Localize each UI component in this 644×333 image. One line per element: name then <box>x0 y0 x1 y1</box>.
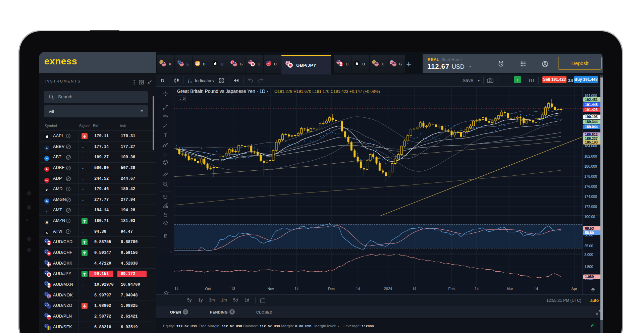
svg-text:2024: 2024 <box>384 287 392 291</box>
svg-text:14: 14 <box>534 287 538 291</box>
svg-text:194.000: 194.000 <box>584 94 597 98</box>
svg-text:191.423: 191.423 <box>585 108 598 112</box>
svg-text:Mar: Mar <box>507 287 513 291</box>
svg-text:58.80: 58.80 <box>585 231 594 235</box>
svg-text:₿: ₿ <box>196 61 199 65</box>
svg-text:174.000: 174.000 <box>584 195 597 199</box>
svg-text:f: f <box>188 78 190 83</box>
svg-text:189.044: 189.044 <box>585 125 598 129</box>
svg-text:192.451: 192.451 <box>585 98 598 102</box>
svg-text:14: 14 <box>412 287 416 291</box>
svg-text:x: x <box>191 81 192 83</box>
svg-text:500: 500 <box>267 62 270 64</box>
svg-text:1.089: 1.089 <box>585 275 594 279</box>
svg-text:14: 14 <box>356 287 360 291</box>
svg-text:178.000: 178.000 <box>584 174 597 178</box>
svg-text:25.00: 25.00 <box>584 244 593 248</box>
svg-text:14: 14 <box>475 287 479 291</box>
svg-text:182.000: 182.000 <box>584 154 597 158</box>
svg-text:Apr: Apr <box>571 287 577 291</box>
svg-text:196.000: 196.000 <box>584 87 597 88</box>
svg-text:14: 14 <box>174 287 178 291</box>
svg-text:2.000: 2.000 <box>584 253 593 257</box>
svg-text:172.000: 172.000 <box>584 205 597 209</box>
svg-text:184.000: 184.000 <box>584 144 597 148</box>
svg-text:14: 14 <box>294 287 299 291</box>
svg-text:Dec: Dec <box>328 287 335 291</box>
svg-text:185.193: 185.193 <box>585 140 598 144</box>
svg-text:180.000: 180.000 <box>584 164 597 168</box>
svg-text:186.612: 186.612 <box>585 132 598 136</box>
svg-text:Oct: Oct <box>205 287 211 291</box>
svg-text:191.448: 191.448 <box>585 103 598 107</box>
svg-text:Nov: Nov <box>267 287 274 291</box>
svg-text:100.00: 100.00 <box>584 215 595 219</box>
svg-text:68.53: 68.53 <box>585 226 594 230</box>
svg-text:190.193: 190.193 <box>585 115 598 119</box>
svg-text:186.237: 186.237 <box>585 136 598 141</box>
svg-text:13: 13 <box>231 287 235 291</box>
svg-text:1.500: 1.500 <box>584 265 593 269</box>
svg-text:176.000: 176.000 <box>584 184 597 188</box>
svg-text:189.344: 189.344 <box>585 120 598 124</box>
svg-text:Feb: Feb <box>448 287 455 291</box>
